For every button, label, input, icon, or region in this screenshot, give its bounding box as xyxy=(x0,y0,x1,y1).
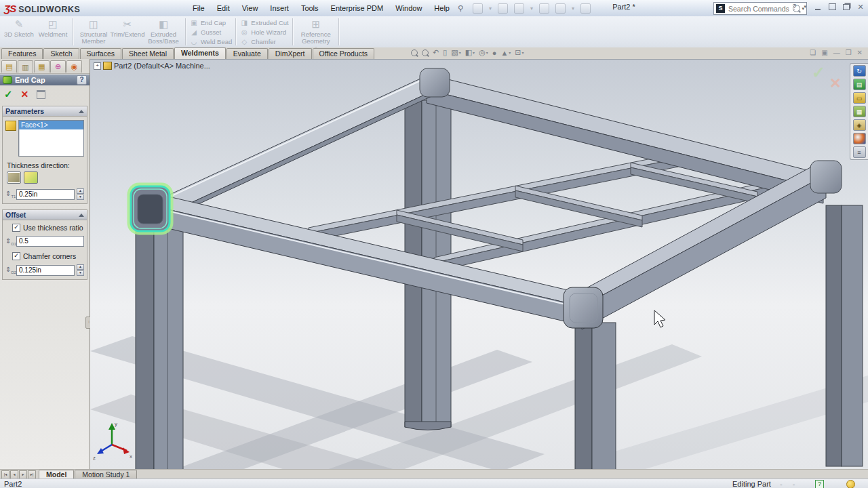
menu-edit[interactable]: Edit xyxy=(212,2,235,14)
tab-features[interactable]: Features xyxy=(1,48,43,59)
gusset-button[interactable]: ◢ Gusset xyxy=(190,28,232,37)
tab-dimxpert[interactable]: DimXpert xyxy=(269,48,312,59)
display-style-icon[interactable]: ◧▾ xyxy=(465,48,475,57)
restore-button[interactable] xyxy=(842,2,851,12)
model-tab[interactable]: Model xyxy=(39,470,74,479)
view-settings-icon[interactable]: ⊡▾ xyxy=(515,48,524,57)
ok-button[interactable]: ✓ xyxy=(4,88,13,100)
configuration-manager-tab[interactable]: ▦ xyxy=(34,60,50,73)
hole-wizard-button[interactable]: ◎ Hole Wizard xyxy=(240,28,288,37)
feature-tree-flyout[interactable]: + Part2 (Default<A> Machine... xyxy=(94,62,210,70)
trim-extend-button[interactable]: ✂ Trim/Extend xyxy=(111,17,144,47)
thickness-value-field[interactable]: 0.25in xyxy=(16,189,75,200)
tab-sheet-metal[interactable]: Sheet Metal xyxy=(122,48,174,59)
scenes-icon[interactable] xyxy=(853,133,866,144)
end-cap-button[interactable]: ▣ End Cap xyxy=(190,18,232,27)
chamfer-corners-checkbox[interactable]: ✓ xyxy=(12,252,20,260)
save-icon[interactable] xyxy=(514,3,524,14)
doc-restore-icon[interactable]: ❏ xyxy=(810,49,816,56)
menu-view[interactable]: View xyxy=(237,2,264,14)
custom-properties-icon[interactable]: ≡ xyxy=(853,146,866,158)
doc-close-icon[interactable]: ✕ xyxy=(857,49,863,56)
quick-tips-icon[interactable]: ? xyxy=(815,480,824,488)
thickness-inward-button[interactable] xyxy=(24,171,38,184)
menu-tools[interactable]: Tools xyxy=(296,2,324,14)
feature-manager-tab[interactable]: ▤ xyxy=(1,60,17,73)
close-button[interactable]: ✕ xyxy=(856,2,865,12)
leg-back-right[interactable] xyxy=(826,205,863,466)
solidworks-resources-icon[interactable]: ↻ xyxy=(853,65,866,77)
tree-expand-icon[interactable]: + xyxy=(94,62,101,70)
graphics-area[interactable]: y x z + Part2 (Default<A> Machine... ✓ ✕… xyxy=(90,59,868,469)
previous-view-icon[interactable]: ↶ xyxy=(433,48,439,57)
dimxpert-manager-tab[interactable]: ⊕ xyxy=(50,60,66,73)
weldment-button[interactable]: ◰ Weldment xyxy=(36,17,70,47)
maximize-button[interactable] xyxy=(827,2,837,12)
undo-icon[interactable] xyxy=(555,3,566,14)
selected-end-cap-face[interactable] xyxy=(130,185,171,232)
apply-scene-icon[interactable]: ▲▾ xyxy=(500,49,511,57)
menu-window[interactable]: Window xyxy=(390,2,427,14)
tab-sketch[interactable]: Sketch xyxy=(43,48,79,59)
property-manager-tab[interactable]: ▥ xyxy=(18,60,33,73)
chamfer-spinner[interactable]: ▲▼ xyxy=(77,264,84,276)
file-explorer-icon[interactable]: ▭ xyxy=(853,92,866,104)
chamfer-distance-field[interactable]: 0.125in xyxy=(16,265,75,276)
tag-icon[interactable] xyxy=(846,480,855,488)
extruded-boss-base-button[interactable]: ◧ Extruded Boss/Base xyxy=(144,17,182,47)
help-button-small[interactable]: ? xyxy=(77,75,87,85)
cancel-button[interactable]: ✕ xyxy=(21,89,29,100)
tab-surfaces[interactable]: Surfaces xyxy=(80,48,121,59)
menu-pin-icon[interactable]: ⚲ xyxy=(458,4,463,13)
leg-front-left[interactable] xyxy=(136,229,183,470)
3d-sketch-button[interactable]: ✎ 3D Sketch xyxy=(2,17,36,47)
thickness-spinner[interactable]: ▲▼ xyxy=(77,188,84,200)
extruded-cut-button[interactable]: ◨ Extruded Cut xyxy=(240,18,288,27)
thickness-outward-button[interactable] xyxy=(7,171,21,184)
confirm-cancel-icon[interactable]: ✕ xyxy=(829,75,842,92)
print-icon[interactable] xyxy=(539,3,549,14)
reference-geometry-button[interactable]: ⊞ Reference Geometry ▾ xyxy=(296,17,336,47)
doc-maximize-icon[interactable]: ▣ xyxy=(821,49,827,56)
face-selection-listbox[interactable]: Face<1> xyxy=(18,120,84,157)
design-library-icon[interactable]: ▤ xyxy=(853,79,866,90)
zoom-to-fit-icon[interactable] xyxy=(411,49,418,56)
weld-bead-button[interactable]: ◡ Weld Bead xyxy=(190,37,232,46)
chamfer-button[interactable]: ◇ Chamfer xyxy=(240,37,288,46)
menu-enterprise-pdm[interactable]: Enterprise PDM xyxy=(326,2,389,14)
view-orientation-icon[interactable]: ▧▾ xyxy=(451,48,460,57)
corner-cap-front-right[interactable] xyxy=(564,287,603,328)
zoom-to-area-icon[interactable] xyxy=(422,49,429,56)
tab-office-products[interactable]: Office Products xyxy=(313,48,375,59)
display-manager-tab[interactable]: ◉ xyxy=(66,60,82,73)
tab-weldments[interactable]: Weldments xyxy=(174,47,226,59)
doc-minimize-icon[interactable]: — xyxy=(833,49,840,56)
corner-cap-back-left[interactable] xyxy=(420,68,450,97)
offset-header[interactable]: Offset xyxy=(3,210,87,220)
help-dropdown-icon[interactable]: ▾ xyxy=(804,4,806,9)
section-view-icon[interactable]: ▯ xyxy=(443,48,447,57)
corner-cap-back-right[interactable] xyxy=(810,161,842,193)
open-icon[interactable] xyxy=(498,3,508,14)
appearances-icon[interactable]: ◈ xyxy=(853,119,866,131)
use-thickness-ratio-checkbox[interactable]: ✓ xyxy=(12,224,20,232)
search-input[interactable] xyxy=(727,4,793,14)
menu-file[interactable]: File xyxy=(187,2,210,14)
edit-appearance-icon[interactable]: ● xyxy=(492,49,497,57)
tab-evaluate[interactable]: Evaluate xyxy=(226,48,268,59)
thickness-ratio-field[interactable]: 0.5 xyxy=(16,236,84,247)
menu-insert[interactable]: Insert xyxy=(264,2,294,14)
selected-face-item[interactable]: Face<1> xyxy=(19,121,83,129)
keep-visible-pin-icon[interactable] xyxy=(37,90,45,99)
minimize-button[interactable] xyxy=(813,2,823,12)
parameters-header[interactable]: Parameters xyxy=(3,106,87,117)
structural-member-button[interactable]: ◫ Structural Member xyxy=(77,17,111,47)
new-document-icon[interactable] xyxy=(473,3,483,14)
motion-study-tab[interactable]: Motion Study 1 xyxy=(75,470,137,479)
doc-windows-icon[interactable]: ❐ xyxy=(846,49,852,56)
view-palette-icon[interactable]: ▦ xyxy=(853,106,866,117)
confirm-ok-icon[interactable]: ✓ xyxy=(812,63,825,82)
menu-help[interactable]: Help xyxy=(429,2,455,14)
hide-show-items-icon[interactable]: ◎▾ xyxy=(479,48,488,57)
leg-front-right[interactable] xyxy=(575,323,616,470)
